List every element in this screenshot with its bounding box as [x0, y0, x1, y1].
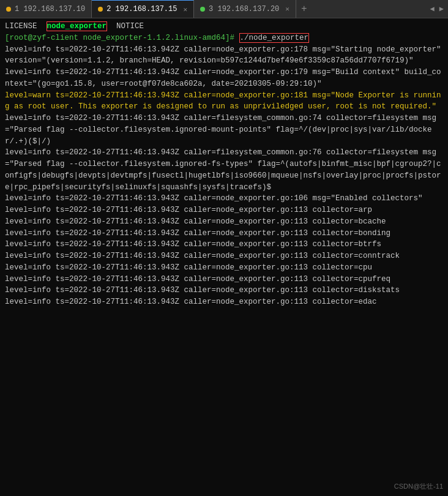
- prompt-prefix: [root@zyf-client node_exporter-1.1.2.lin…: [5, 34, 239, 42]
- collector-bcache: level=info ts=2022-10-27T11:46:13.943Z c…: [5, 216, 443, 228]
- collector-btrfs: level=info ts=2022-10-27T11:46:13.943Z c…: [5, 239, 443, 250]
- watermark: CSDN@壮壮-11: [394, 482, 443, 491]
- tab-3-label: 3 192.168.137.20: [209, 5, 279, 13]
- tab-add-button[interactable]: +: [296, 4, 312, 15]
- license-line: LICENSE node_exporter NOTICE: [5, 21, 443, 32]
- log-line-5: level=info ts=2022-10-27T11:46:13.943Z c…: [5, 193, 443, 205]
- tab-2[interactable]: 2 192.168.137.15 ✕: [92, 0, 194, 18]
- tab-3[interactable]: 3 192.168.137.20 ✕: [194, 0, 296, 18]
- collector-diskstats: level=info ts=2022-10-27T11:46:13.943Z c…: [5, 285, 443, 296]
- tab-2-dot: [98, 7, 103, 12]
- tab-nav-prev[interactable]: ◀: [428, 4, 436, 13]
- collector-edac: level=info ts=2022-10-27T11:46:13.943Z c…: [5, 296, 443, 308]
- tab-bar: 1 192.168.137.10 2 192.168.137.15 ✕ 3 19…: [0, 0, 448, 18]
- collector-arp: level=info ts=2022-10-27T11:46:13.943Z c…: [5, 205, 443, 216]
- collector-cpufreq: level=info ts=2022-10-27T11:46:13.943Z c…: [5, 274, 443, 285]
- collector-conntrack: level=info ts=2022-10-27T11:46:13.943Z c…: [5, 250, 443, 262]
- log-line-2: level=info ts=2022-10-27T11:46:13.943Z c…: [5, 67, 443, 90]
- tab-1[interactable]: 1 192.168.137.10: [0, 0, 92, 18]
- log-line-1: level=info ts=2022-10-27T11:46:13.942Z c…: [5, 44, 443, 67]
- prompt-line: [root@zyf-client node_exporter-1.1.2.lin…: [5, 32, 443, 44]
- tab-2-label: 2 192.168.137.15: [106, 5, 177, 13]
- command-highlight: ./node_exporter: [239, 33, 310, 43]
- warn-line-1: level=warn ts=2022-10-27T11:46:13.943Z c…: [5, 90, 443, 113]
- tab-3-dot: [200, 7, 205, 12]
- terminal-output: LICENSE node_exporter NOTICE [root@zyf-c…: [0, 18, 448, 496]
- tab-nav-next[interactable]: ▶: [438, 4, 446, 13]
- tab-1-dot: [6, 7, 11, 12]
- node-exporter-highlight: node_exporter: [47, 21, 108, 31]
- tab-1-label: 1 192.168.137.10: [15, 5, 85, 13]
- tab-3-close[interactable]: ✕: [285, 5, 289, 13]
- collector-cpu: level=info ts=2022-10-27T11:46:13.943Z c…: [5, 262, 443, 274]
- tab-navigation: ◀ ▶: [426, 4, 448, 13]
- tab-2-close[interactable]: ✕: [183, 6, 187, 13]
- collector-bonding: level=info ts=2022-10-27T11:46:13.943Z c…: [5, 228, 443, 239]
- log-line-4: level=info ts=2022-10-27T11:46:13.943Z c…: [5, 147, 443, 193]
- log-line-3: level=info ts=2022-10-27T11:46:13.943Z c…: [5, 113, 443, 147]
